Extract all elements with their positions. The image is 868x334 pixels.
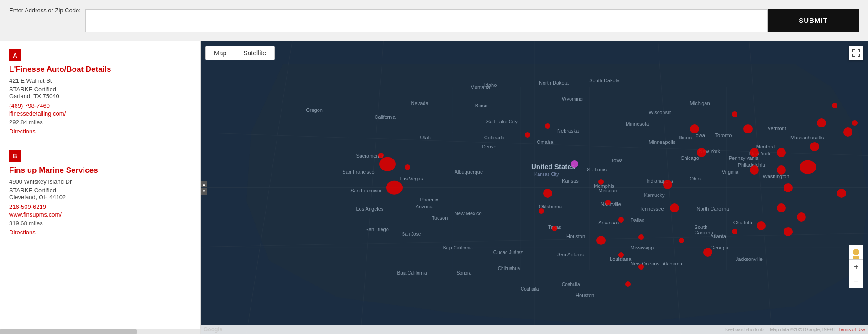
map-footer-right: Keyboard shortcuts Map data ©2023 Google… [725, 327, 865, 332]
svg-text:Colorado: Colorado [484, 135, 505, 140]
svg-text:Alabama: Alabama [662, 261, 682, 266]
search-input[interactable] [85, 9, 768, 32]
svg-text:Michigan: Michigan [690, 101, 710, 106]
listing-cert-b: STARKE Certified [9, 187, 191, 194]
svg-text:Minneapolis: Minneapolis [648, 139, 675, 145]
listing-directions-b[interactable]: Directions [9, 229, 36, 236]
svg-text:Denver: Denver [482, 144, 498, 149]
listing-address-a: 421 E Walnut St [9, 76, 191, 86]
svg-text:Wyoming: Wyoming [562, 96, 583, 101]
svg-text:San Diego: San Diego [365, 227, 388, 232]
listing-phone-a[interactable]: (469) 798-7460 [9, 102, 191, 109]
listing-url-a[interactable]: lfinessedetailing.com/ [9, 110, 191, 117]
svg-text:Ohio: Ohio [690, 176, 701, 181]
svg-text:Kansas: Kansas [562, 178, 579, 184]
svg-text:Illinois: Illinois [678, 135, 692, 140]
svg-text:Pennsylvania: Pennsylvania [729, 155, 759, 161]
listing-name-b[interactable]: Fins up Marine Services [9, 166, 191, 175]
listing-cert-a: STARKE Certified [9, 86, 191, 93]
svg-text:Toronto: Toronto [715, 133, 732, 138]
svg-text:Las Vegas: Las Vegas [400, 176, 424, 181]
search-bar: Enter Address or Zip Code: SUBMIT [0, 0, 868, 41]
svg-text:Chicago: Chicago [681, 155, 699, 161]
svg-text:New Mexico: New Mexico [455, 211, 482, 216]
listing-badge-a: A [9, 49, 21, 61]
svg-text:Carolina: Carolina [695, 230, 714, 235]
google-logo: Google [204, 326, 222, 333]
svg-text:San Jose: San Jose [402, 232, 421, 237]
svg-text:San Antonio: San Antonio [557, 252, 584, 257]
svg-text:Sacramento: Sacramento [356, 153, 383, 159]
svg-text:Minnesota: Minnesota [626, 121, 649, 127]
svg-text:Louisiana: Louisiana [610, 256, 632, 262]
scroll-up-arrow[interactable]: ▲ [201, 181, 207, 187]
svg-text:Los Angeles: Los Angeles [356, 206, 383, 212]
listing-directions-a[interactable]: Directions [9, 128, 36, 135]
scroll-down-arrow[interactable]: ▼ [201, 188, 207, 195]
svg-text:Salt Lake City: Salt Lake City [486, 119, 518, 124]
svg-text:St. Louis: St. Louis [587, 167, 607, 172]
map-fullscreen-button[interactable] [849, 46, 863, 60]
svg-text:North Dakota: North Dakota [539, 80, 569, 85]
svg-text:Coahuila: Coahuila [562, 282, 580, 287]
listing-name-a[interactable]: L'Finesse Auto/Boat Details [9, 65, 191, 74]
listing-phone-b[interactable]: 216-509-6219 [9, 203, 191, 210]
svg-text:Jacksonville: Jacksonville [736, 256, 763, 262]
map-type-map-button[interactable]: Map [206, 46, 235, 60]
svg-text:Chihuahua: Chihuahua [498, 266, 520, 271]
keyboard-shortcuts: Keyboard shortcuts [725, 327, 764, 332]
svg-text:Montreal: Montreal [756, 144, 776, 149]
listing-city-a: Garland, TX 75040 [9, 93, 191, 100]
svg-text:Houston: Houston [575, 292, 594, 298]
listing-badge-b: B [9, 150, 21, 162]
listing-url-b[interactable]: www.finsupms.com/ [9, 211, 191, 218]
pegman-head [853, 249, 859, 255]
map-type-satellite-button[interactable]: Satellite [235, 46, 274, 60]
svg-text:San Francisco: San Francisco [350, 188, 382, 193]
terms-of-use[interactable]: Terms of Use [838, 327, 865, 332]
listing-miles-a: 292.84 miles [9, 119, 191, 126]
svg-text:Baja California: Baja California [443, 245, 473, 250]
svg-text:Montana: Montana [471, 85, 491, 90]
svg-text:Iowa: Iowa [695, 133, 706, 138]
svg-text:North Carolina: North Carolina [697, 206, 730, 212]
svg-text:Oregon: Oregon [306, 107, 323, 113]
svg-text:Coahuila: Coahuila [521, 286, 539, 292]
svg-text:Nebraska: Nebraska [557, 128, 579, 133]
svg-text:Georgia: Georgia [711, 245, 729, 250]
svg-text:Kentucky: Kentucky [644, 192, 665, 198]
svg-text:Nashville: Nashville [601, 201, 621, 207]
svg-text:Utah: Utah [420, 135, 431, 140]
zoom-out-button[interactable]: − [849, 274, 863, 288]
scrollbar-thumb [0, 329, 137, 334]
map-type-controls: Map Satellite [205, 46, 275, 60]
svg-text:United States: United States [531, 163, 575, 170]
svg-text:Texas: Texas [548, 224, 561, 230]
svg-text:Boise: Boise [475, 103, 488, 108]
svg-text:Ciudad Juárez: Ciudad Juárez [493, 250, 523, 255]
listing-card-b: B Fins up Marine Services 4900 Whiskey I… [0, 142, 200, 243]
svg-text:Mississippi: Mississippi [630, 245, 654, 250]
map-background: Sacramento San Francisco Los Angeles San… [201, 41, 868, 334]
submit-button[interactable]: SUBMIT [768, 9, 859, 32]
svg-text:Arizona: Arizona [416, 204, 433, 209]
svg-text:Oklahoma: Oklahoma [539, 204, 562, 209]
map-footer: Google Keyboard shortcuts Map data ©2023… [201, 325, 868, 334]
svg-text:Philadelphia: Philadelphia [738, 162, 766, 168]
svg-text:Virginia: Virginia [722, 169, 739, 175]
zoom-in-button[interactable]: + [849, 259, 863, 274]
svg-text:Arkansas: Arkansas [598, 220, 619, 225]
svg-text:Baja California: Baja California [397, 270, 427, 276]
svg-text:Albuquerque: Albuquerque [455, 169, 483, 175]
svg-text:Omaha: Omaha [537, 139, 554, 145]
svg-text:Iowa: Iowa [612, 158, 623, 163]
svg-text:South Dakota: South Dakota [589, 78, 620, 83]
map-zoom-controls: + − [849, 259, 863, 288]
svg-text:Houston: Houston [566, 233, 585, 239]
listing-address-b: 4900 Whiskey Island Dr [9, 177, 191, 187]
svg-text:Phoenix: Phoenix [420, 197, 439, 202]
map-panel[interactable]: Sacramento San Francisco Los Angeles San… [201, 41, 868, 334]
svg-text:Washington: Washington [763, 174, 790, 179]
horizontal-scrollbar[interactable] [0, 329, 200, 334]
svg-text:New York: New York [699, 148, 721, 154]
